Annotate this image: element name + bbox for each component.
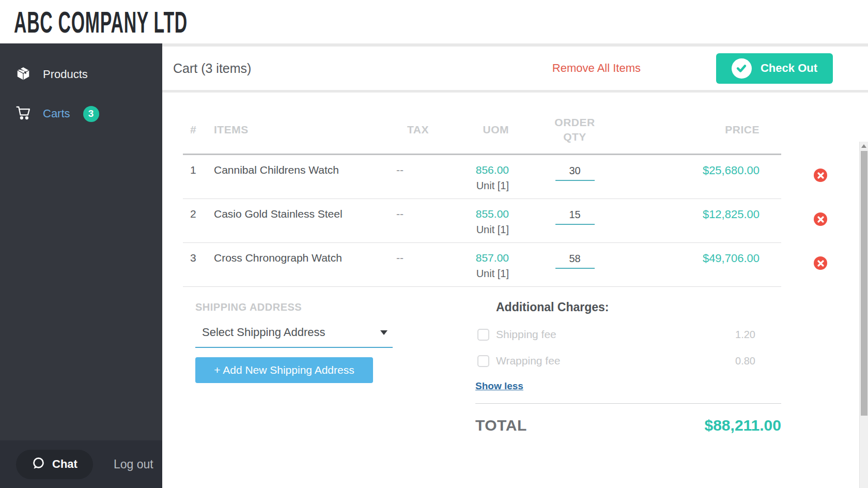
chat-button[interactable]: Chat [16,450,93,479]
order-qty-input[interactable] [555,252,595,269]
row-number: 3 [183,252,207,286]
item-tax: -- [359,252,441,286]
item-uom-unit: Unit [1] [441,268,509,280]
top-header: ABC COMPANY LTD [0,0,868,43]
charge-label: Shipping fee [496,328,735,341]
column-header-uom: UOM [441,124,509,136]
wrapping-fee-checkbox[interactable] [477,355,489,367]
total-value: $88,211.00 [705,417,782,434]
table-row: 2 Casio Gold Stainless Steel -- 855.00 U… [183,199,781,243]
divider [475,403,781,404]
item-uom-unit: Unit [1] [441,224,509,236]
item-price: $25,680.00 [641,164,760,199]
checkmark-icon [732,58,752,79]
column-header-tax: TAX [359,124,441,136]
cart-count-badge: 3 [83,106,99,122]
item-uom-price: 855.00 [441,208,509,220]
row-number: 2 [183,208,207,242]
delete-item-button[interactable] [814,169,827,182]
charge-row-wrapping-fee: Wrapping fee 0.80 [475,355,781,367]
shipping-address-label: SHIPPING ADDRESS [195,301,393,313]
cart-icon [16,105,31,123]
column-header-price: PRICE [641,124,760,136]
charge-value: 1.20 [735,329,755,341]
main-panel: Cart (3 items) Remove All Items Check Ou… [162,43,868,488]
box-icon [16,66,31,83]
page-title: Cart (3 items) [173,61,251,76]
item-name: Casio Gold Stainless Steel [207,208,359,242]
sidebar-item-carts[interactable]: Carts 3 [0,94,162,133]
cart-items-table: # ITEMS TAX UOM ORDER QTY PRICE 1 Cannib… [183,106,781,287]
sidebar-item-label: Carts [43,107,70,120]
column-header-num: # [183,124,207,136]
order-qty-input[interactable] [555,164,595,181]
shipping-address-select[interactable]: Select Shipping Address [195,326,393,348]
table-row: 3 Cross Chronograph Watch -- 857.00 Unit… [183,243,781,287]
item-name: Cross Chronograph Watch [207,252,359,286]
add-new-shipping-address-button[interactable]: + Add New Shipping Address [195,357,373,383]
item-tax: -- [359,164,441,199]
total-row: TOTAL $88,211.00 [475,417,781,434]
sidebar-footer: Chat Log out [0,440,162,488]
show-less-link[interactable]: Show less [475,380,523,392]
item-uom-price: 856.00 [441,164,509,176]
table-header-row: # ITEMS TAX UOM ORDER QTY PRICE [183,106,781,154]
vertical-scrollbar[interactable] [859,142,868,488]
item-uom-unit: Unit [1] [441,180,509,192]
shipping-fee-checkbox[interactable] [477,329,489,341]
row-number: 1 [183,164,207,199]
scrollbar-thumb[interactable] [861,151,867,416]
column-header-items: ITEMS [207,124,359,136]
scrollbar-up-button[interactable] [860,142,868,150]
company-logo: ABC COMPANY LTD [14,4,188,39]
item-tax: -- [359,208,441,242]
check-out-button[interactable]: Check Out [716,53,833,84]
cart-header: Cart (3 items) Remove All Items Check Ou… [162,47,868,90]
column-header-order-qty: ORDER QTY [552,115,598,145]
sidebar-item-products[interactable]: Products [0,55,162,94]
arrow-up-icon [861,144,866,148]
item-name: Cannibal Childrens Watch [207,164,359,199]
remove-all-items-link[interactable]: Remove All Items [552,62,641,75]
shipping-address-section: SHIPPING ADDRESS Select Shipping Address… [195,301,393,383]
item-price: $12,825.00 [641,208,760,242]
additional-charges-title: Additional Charges: [496,300,781,314]
total-label: TOTAL [475,417,527,434]
order-qty-input[interactable] [555,208,595,225]
charge-value: 0.80 [735,355,755,367]
shipping-address-select-value: Select Shipping Address [195,326,380,339]
check-out-button-label: Check Out [761,62,817,75]
item-price: $49,706.00 [641,252,760,286]
chat-button-label: Chat [52,457,78,471]
table-row: 1 Cannibal Childrens Watch -- 856.00 Uni… [183,155,781,199]
chat-bubble-icon [32,456,45,472]
chevron-down-icon [380,330,388,335]
delete-item-button[interactable] [814,256,827,270]
charge-row-shipping-fee: Shipping fee 1.20 [475,328,781,341]
item-uom-price: 857.00 [441,252,509,264]
logout-link[interactable]: Log out [114,457,153,471]
charge-label: Wrapping fee [496,355,735,367]
additional-charges-section: Additional Charges: Shipping fee 1.20 Wr… [475,300,781,434]
sidebar-item-label: Products [43,68,88,81]
sidebar: Products Carts 3 Chat Log out [0,43,162,488]
delete-item-button[interactable] [814,212,827,226]
